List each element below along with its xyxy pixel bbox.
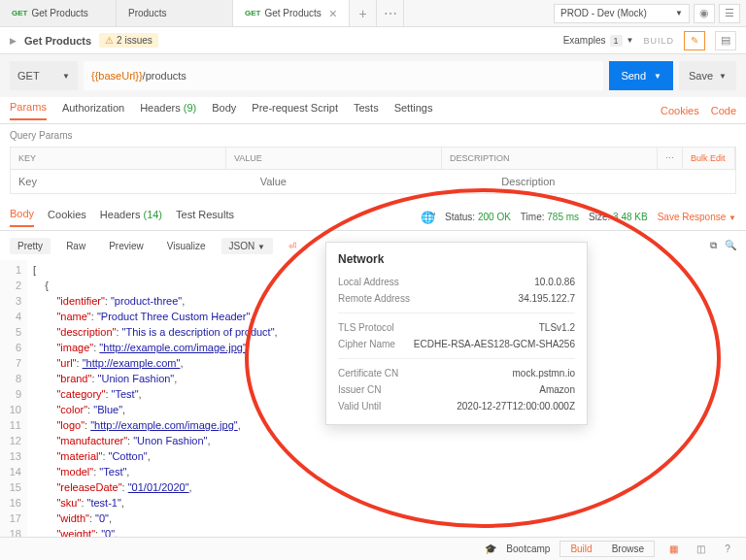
comment-icon[interactable]: ▤ xyxy=(715,31,736,50)
cookies-link[interactable]: Cookies xyxy=(661,105,699,116)
issuer-value: Amazon xyxy=(539,384,575,395)
view-raw[interactable]: Raw xyxy=(58,238,93,254)
build-label: BUILD xyxy=(643,36,674,46)
resp-headers-label: Headers xyxy=(100,209,141,220)
eye-icon[interactable]: ◉ xyxy=(694,4,715,23)
format-select[interactable]: JSON ▼ xyxy=(221,238,273,254)
response-tabs: Body Cookies Headers (14) Test Results 🌐… xyxy=(0,204,746,231)
resp-tab-cookies[interactable]: Cookies xyxy=(48,209,86,226)
request-name: Get Products xyxy=(24,35,91,47)
request-header: ▶ Get Products 2 issues Examples1▼ BUILD… xyxy=(0,27,746,54)
mode-segment: Build Browse xyxy=(560,541,655,557)
cipher-value: ECDHE-RSA-AES128-GCM-SHA256 xyxy=(414,339,575,349)
examples-dropdown[interactable]: Examples1▼ xyxy=(563,35,634,47)
size-text: Size: 3.48 KB xyxy=(589,212,648,222)
send-label: Send xyxy=(621,70,646,82)
close-icon[interactable]: × xyxy=(329,6,337,21)
params-table: KEY VALUE DESCRIPTION ⋯ Bulk Edit xyxy=(10,147,736,194)
footer: 🎓 Bootcamp Build Browse ▦ ◫ ? xyxy=(0,537,746,560)
query-params-title: Query Params xyxy=(0,124,746,147)
tab-label: Get Products xyxy=(31,8,87,18)
resp-headers-count: (14) xyxy=(143,209,162,220)
tls-value: TLSv1.2 xyxy=(539,322,575,333)
url-path: /products xyxy=(143,70,186,82)
view-pretty[interactable]: Pretty xyxy=(10,238,51,254)
resp-tab-body[interactable]: Body xyxy=(10,208,34,227)
pane-icon-2[interactable]: ◫ xyxy=(692,542,709,557)
save-response-dropdown[interactable]: Save Response ▼ xyxy=(658,212,736,222)
method-select[interactable]: GET▼ xyxy=(10,61,78,90)
bootcamp-link[interactable]: Bootcamp xyxy=(506,544,550,554)
resp-tab-tests[interactable]: Test Results xyxy=(176,209,234,226)
examples-count: 1 xyxy=(610,35,623,47)
cert-label: Certificate CN xyxy=(338,368,398,379)
local-value: 10.0.0.86 xyxy=(534,277,575,287)
settings-icon[interactable]: ☰ xyxy=(719,4,740,23)
local-label: Local Address xyxy=(338,277,399,287)
copy-icon[interactable]: ⧉ xyxy=(710,240,717,251)
examples-label: Examples xyxy=(563,35,606,46)
tab-get-products-active[interactable]: GETGet Products× xyxy=(233,0,350,26)
method-label: GET xyxy=(245,9,260,17)
col-key: KEY xyxy=(11,148,226,169)
network-title: Network xyxy=(338,252,575,266)
tab-params[interactable]: Params xyxy=(10,101,47,120)
url-input[interactable]: {{baseUrl}}/products xyxy=(84,61,603,90)
tls-label: TLS Protocol xyxy=(338,322,394,333)
bulk-edit-link[interactable]: Bulk Edit xyxy=(683,148,735,169)
pane-icon-1[interactable]: ▦ xyxy=(664,542,682,557)
environment-select[interactable]: PROD - Dev (Mock)▼ xyxy=(554,4,690,23)
tab-headers[interactable]: Headers (9) xyxy=(140,102,196,119)
tab-tests[interactable]: Tests xyxy=(354,102,379,119)
request-tabs: Params Authorization Headers (9) Body Pr… xyxy=(0,97,746,124)
issuer-label: Issuer CN xyxy=(338,384,381,395)
tab-products[interactable]: Products xyxy=(117,0,233,26)
environment-area: PROD - Dev (Mock)▼ ◉ ☰ xyxy=(548,0,746,26)
method-label: GET xyxy=(12,9,27,17)
col-options-icon[interactable]: ⋯ xyxy=(658,148,683,169)
value-input[interactable] xyxy=(253,170,494,193)
time-text: Time: 785 ms xyxy=(521,212,579,222)
url-bar: GET▼ {{baseUrl}}/products Send▼ Save▼ xyxy=(0,54,746,97)
tab-prerequest[interactable]: Pre-request Script xyxy=(252,102,338,119)
description-input[interactable] xyxy=(493,170,735,193)
save-button[interactable]: Save▼ xyxy=(679,61,736,90)
edit-icon[interactable]: ✎ xyxy=(684,31,705,50)
tab-get-products-1[interactable]: GETGet Products xyxy=(0,0,117,26)
more-tabs-button[interactable]: ⋯ xyxy=(377,0,404,26)
help-icon[interactable]: ? xyxy=(719,542,736,557)
col-value: VALUE xyxy=(226,148,442,169)
tab-authorization[interactable]: Authorization xyxy=(62,102,124,119)
expand-icon[interactable]: ▶ xyxy=(10,36,17,46)
chevron-down-icon: ▼ xyxy=(627,36,634,45)
valid-value: 2020-12-27T12:00:00.000Z xyxy=(457,401,575,412)
remote-label: Remote Address xyxy=(338,293,410,304)
issues-badge[interactable]: 2 issues xyxy=(99,33,158,48)
code-link[interactable]: Code xyxy=(711,105,736,116)
view-visualize[interactable]: Visualize xyxy=(159,238,214,254)
view-preview[interactable]: Preview xyxy=(101,238,152,254)
send-button[interactable]: Send▼ xyxy=(609,61,673,90)
search-icon[interactable]: 🔍 xyxy=(725,240,736,251)
globe-icon[interactable]: 🌐⃕ xyxy=(421,211,435,224)
tab-bar: GETGet Products Products GETGet Products… xyxy=(0,0,746,27)
tab-body[interactable]: Body xyxy=(212,102,236,119)
chevron-down-icon: ▼ xyxy=(675,9,683,17)
url-variable: {{baseUrl}} xyxy=(91,70,143,82)
remote-value: 34.195.122.7 xyxy=(519,293,575,304)
col-description: DESCRIPTION xyxy=(442,148,658,169)
resp-tab-headers[interactable]: Headers (14) xyxy=(100,209,162,226)
mode-build[interactable]: Build xyxy=(560,542,601,556)
valid-label: Valid Until xyxy=(338,401,381,412)
wrap-icon[interactable]: ⏎ xyxy=(281,238,304,254)
network-tooltip: Network Local Address10.0.0.86 Remote Ad… xyxy=(325,242,588,425)
tab-settings[interactable]: Settings xyxy=(394,102,433,119)
tab-label: Products xyxy=(128,8,166,18)
bootcamp-icon[interactable]: 🎓 xyxy=(485,544,496,554)
tab-label: Get Products xyxy=(264,8,321,18)
mode-browse[interactable]: Browse xyxy=(602,542,654,556)
key-input[interactable] xyxy=(11,170,253,193)
chevron-down-icon: ▼ xyxy=(654,72,661,81)
cert-value: mock.pstmn.io xyxy=(513,368,575,379)
add-tab-button[interactable]: + xyxy=(350,0,377,26)
